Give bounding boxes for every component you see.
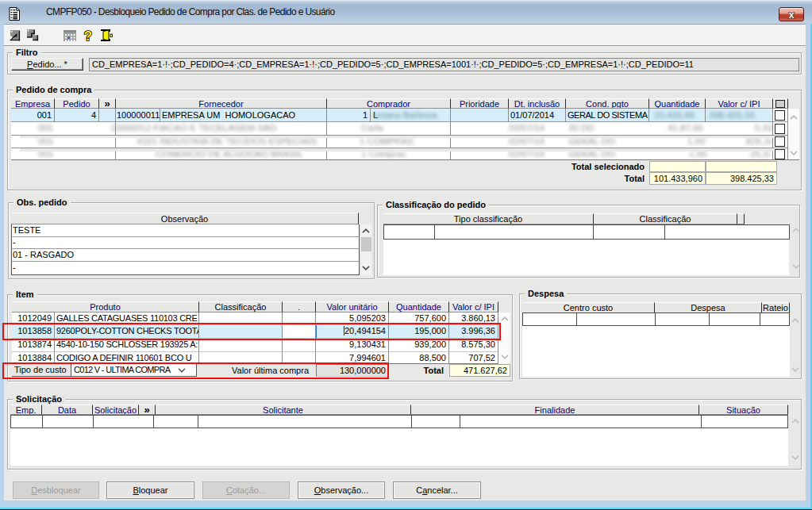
svg-text:?: ? <box>84 29 92 44</box>
svg-text:x: x <box>788 9 795 21</box>
